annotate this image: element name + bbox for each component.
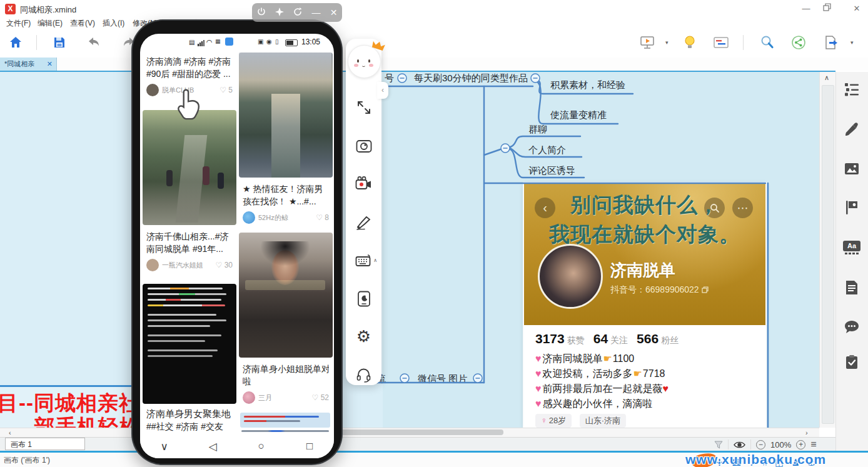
mirror-minimize-icon[interactable]: — <box>311 8 320 17</box>
presentation-caret[interactable]: ▾ <box>665 39 669 46</box>
share-button[interactable] <box>789 33 808 52</box>
label-panel-button[interactable]: Aa <box>844 239 860 256</box>
feed-user-row[interactable]: 三月 ♡ 52 <box>243 391 329 404</box>
scroll-right-icon[interactable]: › <box>805 429 808 436</box>
mascot-avatar[interactable] <box>348 45 381 78</box>
flag-icon <box>845 200 859 215</box>
idea-button[interactable] <box>680 33 699 52</box>
feed-card-dark-text[interactable] <box>143 284 236 404</box>
show-hide-eye-icon[interactable] <box>734 441 745 449</box>
feed-photo-street-crowd[interactable] <box>143 110 236 225</box>
nav-recent-icon[interactable]: □ <box>286 440 335 453</box>
phone-mirror-window[interactable]: ▤ ◠ ▦ ▣ ◉ ▯ 13:05 济南滴滴 #济南 #济南 #90后 #甜甜的… <box>133 21 341 464</box>
menu-file[interactable]: 文件(F) <box>6 18 31 29</box>
topic-group-chat[interactable]: 群聊 <box>528 124 547 136</box>
zoom-in-button[interactable]: + <box>796 440 805 449</box>
blurred-text-line <box>148 288 223 289</box>
menu-insert[interactable]: 插入(I) <box>103 18 124 29</box>
copy-icon[interactable] <box>702 286 709 293</box>
feed-username: 52Hz的鲸 <box>258 213 288 223</box>
notes-panel-button[interactable] <box>844 279 860 296</box>
signal-icon <box>198 40 204 46</box>
scroll-left-icon[interactable]: ‹ <box>9 429 11 436</box>
undo-button[interactable] <box>85 33 104 52</box>
save-button[interactable] <box>50 33 69 52</box>
tasks-panel-button[interactable] <box>844 354 860 370</box>
screenshot-button[interactable] <box>355 137 372 154</box>
nav-hide-icon[interactable]: ∨ <box>140 440 189 453</box>
nav-home-icon[interactable]: ○ <box>237 440 286 453</box>
record-button[interactable] <box>355 175 372 192</box>
video-watermark-bar <box>245 280 325 290</box>
bio-line-1: ♥济南同城脱单☛1100 <box>535 351 669 366</box>
presentation-button[interactable] <box>638 33 657 52</box>
zoom-out-button[interactable]: − <box>756 440 765 449</box>
format-panel-button[interactable] <box>844 121 860 138</box>
canvas-tab[interactable]: 画布 1 <box>5 438 85 450</box>
topic-comment-lure[interactable]: 评论区诱导 <box>528 165 575 177</box>
topic-precise-traffic[interactable]: 使流量变精准 <box>550 109 607 121</box>
window-restore-button[interactable] <box>822 3 832 13</box>
mirror-toolbar-collapse[interactable]: ‹ <box>377 82 388 99</box>
heart-icon: ♡ <box>220 86 226 94</box>
blurred-text-line <box>148 299 221 301</box>
feed-user-row[interactable]: 52Hz的鲸 ♡ 8 <box>243 211 329 224</box>
feed-photo-car-girl[interactable] <box>239 233 333 358</box>
scroll-up-icon[interactable]: ∧ <box>824 74 829 82</box>
topic-accumulate-material[interactable]: 积累素材，和经验 <box>550 79 625 91</box>
topic-wechat-image[interactable]: 微信号 图片 <box>418 373 467 385</box>
support-button[interactable] <box>355 366 372 383</box>
style-button[interactable] <box>712 33 730 52</box>
screen-off-button[interactable] <box>355 290 372 307</box>
comments-panel-button[interactable] <box>844 319 860 335</box>
avatar <box>146 84 159 96</box>
whale-avatar <box>243 211 255 224</box>
filter-icon[interactable] <box>714 441 723 449</box>
topic-daily-30min[interactable]: 每天刷30分钟的同类型作品 <box>414 73 528 84</box>
settings-button[interactable]: ⚙ <box>355 328 372 345</box>
document-tab[interactable]: *同城相亲 ✕ <box>0 58 57 71</box>
rotate-icon[interactable] <box>293 8 302 18</box>
feed-card-qianfoshan[interactable]: 济南千佛山相亲...#济 南同城脱单 #91年... 一瓶汽水姐姐 ♡ 30 <box>143 228 236 283</box>
feed-card-singles-hub[interactable]: 济南单身男女聚集地 ##社交 #济南 #交友 <box>143 406 236 434</box>
home-icon <box>8 35 23 50</box>
fullscreen-button[interactable] <box>355 99 372 116</box>
feed-user-row[interactable]: 一瓶汽水姐姐 ♡ 30 <box>146 259 233 271</box>
tab-close-icon[interactable]: ✕ <box>47 58 53 71</box>
nav-back-icon[interactable]: ◁ <box>189 440 238 453</box>
mirror-close-icon[interactable]: ✕ <box>330 8 338 17</box>
draw-button[interactable] <box>355 214 372 231</box>
feed-title: 啦 <box>243 375 329 388</box>
home-button[interactable] <box>6 33 25 52</box>
window-minimize-button[interactable]: — <box>801 4 811 14</box>
marker-panel-button[interactable] <box>844 199 860 216</box>
fit-map-button[interactable]: ≡ <box>810 439 816 450</box>
feed-card-seeking-friends[interactable]: ★ 热情征友！济南男 孩在找你！ ★...#... 52Hz的鲸 ♡ 8 <box>239 180 333 230</box>
outline-panel-button[interactable] <box>844 81 860 98</box>
sky-glow <box>239 53 331 93</box>
douyin-profile-image-topic[interactable]: ‹ ⋯ 别问我缺什么， 我现在就缺个对象。 济南脱单 抖音号：669899060… <box>524 183 765 428</box>
window-close-button[interactable]: ✕ <box>852 4 862 14</box>
status-text: 画布 ('画布 1') <box>4 455 50 466</box>
feed-card-ad[interactable] <box>239 413 333 434</box>
blurred-text-line <box>148 325 210 327</box>
image-panel-button[interactable] <box>844 161 860 177</box>
keyboard-button[interactable]: ∧ <box>355 252 372 269</box>
profile-avatar[interactable] <box>538 244 603 309</box>
central-topic-red-text[interactable]: 目--同城相亲社群， 部手机轻松实现 <box>0 385 133 429</box>
heart-icon: ♡ <box>216 261 223 269</box>
phone-screen[interactable]: ▤ ◠ ▦ ▣ ◉ ▯ 13:05 济南滴滴 #济南 #济南 #90后 #甜甜的… <box>140 34 334 458</box>
pointer-star-icon[interactable] <box>275 8 284 18</box>
age-tag: ♀28岁 <box>535 414 572 428</box>
vertical-scrollbar-thumb[interactable] <box>822 85 834 424</box>
feed-card-single-girl[interactable]: 济南单身小姐姐脱单对象 啦 三月 ♡ 52 <box>239 360 333 410</box>
export-caret[interactable]: ▾ <box>850 39 854 46</box>
lightbulb-icon <box>682 34 698 51</box>
export-button[interactable] <box>822 33 840 52</box>
topic-personal-profile[interactable]: 个人简介 <box>528 144 566 156</box>
feed-photo-canal[interactable] <box>239 53 333 178</box>
menu-view[interactable]: 查看(V) <box>70 18 95 29</box>
menu-edit[interactable]: 编辑(E) <box>38 18 63 29</box>
power-icon[interactable] <box>257 8 266 18</box>
search-button[interactable] <box>758 33 777 52</box>
